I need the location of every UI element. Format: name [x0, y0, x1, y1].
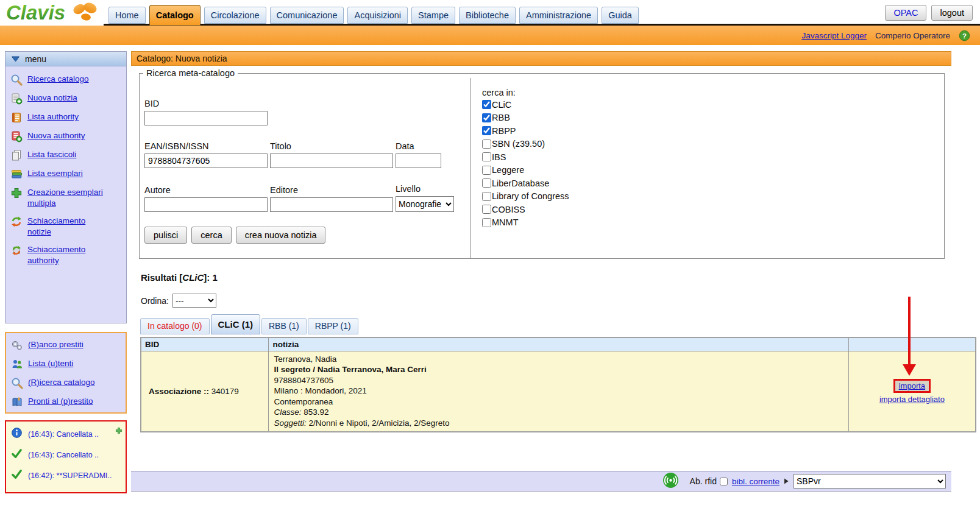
- logout-button[interactable]: logout: [931, 5, 973, 21]
- rfid-label: Ab. rfid: [690, 476, 717, 486]
- autore-input[interactable]: [144, 197, 268, 212]
- sidebar-link-lista-utenti[interactable]: Lista (u)tenti: [28, 358, 73, 369]
- source-clic[interactable]: CLiC: [482, 98, 569, 111]
- editore-input[interactable]: [270, 197, 393, 212]
- sidebar-link-banco-prestiti[interactable]: (B)anco prestiti: [28, 339, 83, 350]
- source-ibs-checkbox[interactable]: [482, 152, 491, 161]
- crea-nuova-notizia-button[interactable]: crea nuova notizia: [236, 227, 326, 244]
- results-table: BID notizia Associazione :: 340179 Terra…: [140, 337, 976, 432]
- sidebar-link-nuova-authority[interactable]: Nuova authority: [27, 130, 85, 141]
- sidebar-item-lista-utenti[interactable]: Lista (u)tenti: [11, 358, 122, 370]
- sidebar-link-lista-fascicoli[interactable]: Lista fascicoli: [27, 149, 76, 160]
- sidebar-item-lista-esemplari[interactable]: Lista esemplari: [10, 168, 122, 180]
- opac-button[interactable]: OPAC: [885, 5, 926, 21]
- menu-header[interactable]: menu: [5, 52, 126, 66]
- source-mnmt[interactable]: MNMT: [482, 216, 569, 230]
- bibl-corrente-link[interactable]: bibl. corrente: [732, 477, 779, 486]
- pulisci-button[interactable]: pulisci: [144, 227, 187, 244]
- livello-select[interactable]: Monografie: [396, 196, 454, 212]
- source-liberdatabase-checkbox[interactable]: [482, 178, 491, 188]
- sidebar-item-pronti-prestito[interactable]: Pronti al (p)restito: [11, 396, 122, 408]
- data-input[interactable]: [396, 153, 441, 168]
- source-rbpp[interactable]: RBPP: [482, 124, 569, 138]
- tab-amministrazione[interactable]: Amministrazione: [519, 7, 598, 24]
- sidebar-link-creazione-esemplari[interactable]: Creazione esemplari multipla: [27, 187, 108, 209]
- tab-acquisizioni[interactable]: Acquisizioni: [347, 7, 408, 24]
- tab-in-catalogo[interactable]: In catalogo (0): [140, 318, 210, 334]
- source-loc-checkbox[interactable]: [482, 192, 491, 201]
- sidebar-item-schiacciamento-authority[interactable]: Schiacciamento authority: [10, 244, 122, 266]
- source-cobiss[interactable]: COBISS: [482, 203, 569, 216]
- tab-stampe[interactable]: Stampe: [411, 7, 455, 24]
- tab-rbb[interactable]: RBB (1): [261, 318, 307, 334]
- col-header-notizia: notizia: [269, 337, 848, 351]
- source-clic-checkbox[interactable]: [482, 100, 491, 109]
- tab-home[interactable]: Home: [108, 7, 146, 24]
- tab-rbpp[interactable]: RBPP (1): [308, 318, 358, 334]
- sidebar-link-ricerca-catalogo[interactable]: Ricerca catalogo: [27, 74, 89, 85]
- add-notification-icon[interactable]: [115, 426, 122, 437]
- search-buttons: pulisci cerca crea nuova notizia: [144, 227, 470, 244]
- source-rbb[interactable]: RBB: [482, 111, 569, 125]
- source-sbn[interactable]: SBN (z39.50): [482, 138, 569, 151]
- source-library-of-congress[interactable]: Library of Congress: [482, 190, 569, 203]
- library-select[interactable]: SBPvr: [794, 474, 946, 489]
- sidebar-item-lista-fascicoli[interactable]: Lista fascicoli: [10, 149, 122, 161]
- notification-row[interactable]: (16:43): Cancellato ..: [11, 448, 122, 462]
- tab-clic[interactable]: CLiC (1): [211, 314, 261, 334]
- sidebar-item-nuova-authority[interactable]: Nuova authority: [10, 130, 122, 143]
- ean-input[interactable]: [144, 153, 268, 168]
- sidebar-link-ricerca-catalogo-quick[interactable]: (R)icerca catalogo: [28, 377, 95, 388]
- svg-text:?: ?: [962, 32, 967, 39]
- sidebar-link-lista-authority[interactable]: Lista authority: [27, 111, 79, 122]
- source-rbpp-checkbox[interactable]: [482, 126, 491, 135]
- rfid-checkbox[interactable]: [720, 478, 728, 485]
- source-liberdatabase[interactable]: LiberDatabase: [482, 177, 569, 190]
- titolo-input[interactable]: [270, 153, 393, 168]
- source-label: Library of Congress: [492, 191, 569, 201]
- sidebar-item-nuova-notizia[interactable]: Nuova notizia: [10, 93, 122, 105]
- notification-row[interactable]: (16:42): **SUPERADMI..: [11, 468, 122, 482]
- source-label: RBPP: [492, 126, 516, 136]
- source-leggere[interactable]: Leggere: [482, 164, 569, 177]
- copies-icon: [10, 149, 23, 161]
- javascript-logger-link[interactable]: Javascript Logger: [801, 31, 867, 40]
- sidebar-link-lista-esemplari[interactable]: Lista esemplari: [27, 168, 83, 179]
- tab-comunicazione[interactable]: Comunicazione: [270, 7, 344, 24]
- results-tabs: In catalogo (0) CLiC (1) RBB (1) RBPP (1…: [140, 314, 358, 334]
- check-icon: [11, 468, 23, 482]
- source-sbn-checkbox[interactable]: [482, 139, 491, 149]
- top-bar: Clavis Home Catalogo Circolazione Comuni…: [0, 0, 980, 26]
- sidebar-item-schiacciamento-notizie[interactable]: Schiacciamento notizie: [10, 216, 122, 238]
- notification-row[interactable]: (16:43): Cancellata ..: [11, 427, 122, 441]
- sidebar-link-pronti-prestito[interactable]: Pronti al (p)restito: [28, 396, 93, 407]
- source-label: RBB: [492, 113, 510, 122]
- operator-label: Comperio Operatore: [875, 31, 950, 40]
- importa-link[interactable]: importa: [899, 381, 925, 390]
- sidebar-link-schiacciamento-authority[interactable]: Schiacciamento authority: [27, 244, 108, 266]
- cerca-button[interactable]: cerca: [191, 227, 231, 244]
- sidebar-link-nuova-notizia[interactable]: Nuova notizia: [27, 93, 77, 104]
- source-leggere-checkbox[interactable]: [482, 166, 491, 175]
- sidebar-item-banco-prestiti[interactable]: (B)anco prestiti: [11, 339, 122, 351]
- sidebar-link-schiacciamento-notizie[interactable]: Schiacciamento notizie: [27, 216, 108, 238]
- bid-input[interactable]: [144, 111, 268, 125]
- source-ibs[interactable]: IBS: [482, 150, 569, 164]
- sidebar-item-ricerca-catalogo-quick[interactable]: (R)icerca catalogo: [11, 377, 122, 389]
- help-icon[interactable]: ?: [959, 30, 970, 41]
- clavis-logo: Clavis: [5, 1, 104, 27]
- source-mnmt-checkbox[interactable]: [482, 218, 491, 227]
- tab-guida[interactable]: Guida: [602, 7, 639, 24]
- source-rbb-checkbox[interactable]: [482, 113, 491, 122]
- sidebar-item-ricerca-catalogo[interactable]: Ricerca catalogo: [10, 74, 122, 86]
- tab-biblioteche[interactable]: Biblioteche: [459, 7, 516, 24]
- autore-label: Autore: [144, 185, 268, 195]
- ordina-select[interactable]: ---: [172, 294, 216, 308]
- record-author: Terranova, Nadia: [274, 354, 843, 365]
- sidebar-item-lista-authority[interactable]: Lista authority: [10, 111, 122, 124]
- source-cobiss-checkbox[interactable]: [482, 205, 491, 214]
- tab-circolazione[interactable]: Circolazione: [204, 7, 266, 24]
- importa-dettagliato-link[interactable]: importa dettagliato: [879, 395, 945, 404]
- tab-catalogo[interactable]: Catalogo: [149, 5, 201, 26]
- sidebar-item-creazione-esemplari[interactable]: Creazione esemplari multipla: [10, 187, 122, 209]
